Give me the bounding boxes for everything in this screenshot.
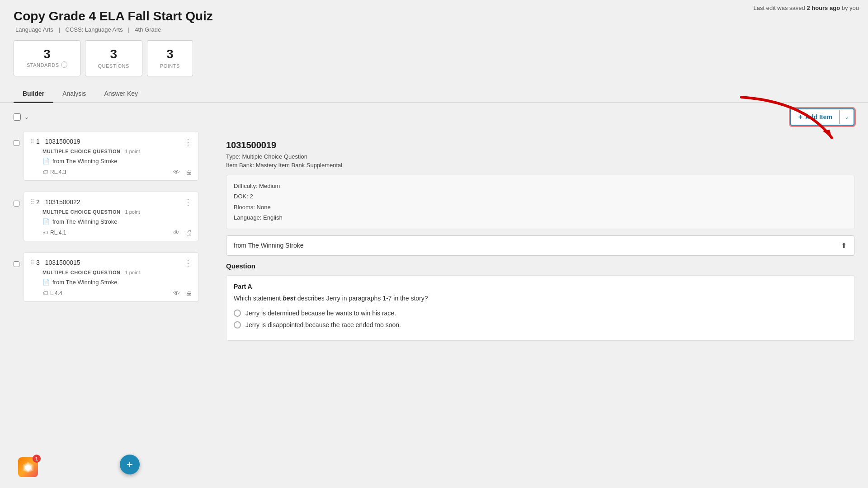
standard-icon-1: 🏷: [42, 169, 48, 175]
question-2-source: 📄 from The Winning Stroke: [30, 218, 192, 225]
sep2: |: [128, 26, 129, 33]
question-1-checkbox[interactable]: [14, 140, 19, 146]
print-icon-1[interactable]: 🖨: [185, 168, 192, 176]
select-chevron-icon[interactable]: ⌄: [24, 114, 29, 120]
standard-icon-3: 🏷: [42, 290, 48, 296]
save-status: Last edit was saved 2 hours ago by you: [754, 5, 859, 11]
question-1-menu-icon[interactable]: ⋮: [184, 138, 192, 146]
points-count: 3: [160, 47, 180, 61]
visibility-icon-3[interactable]: 👁: [173, 289, 180, 297]
fab-add-button[interactable]: +: [120, 455, 140, 474]
notif-logo-icon: [22, 461, 34, 474]
select-all-checkbox[interactable]: [14, 113, 21, 121]
question-row-1: ⠿ 1 1031500019 ⋮ MULTIPLE CHOICE QUESTIO…: [14, 131, 199, 186]
add-item-dropdown-icon[interactable]: ⌄: [840, 110, 854, 124]
question-2-standard: 🏷 RL.4.1: [42, 230, 66, 236]
question-text: Which statement best describes Jerry in …: [234, 294, 847, 303]
question-1-num: 1: [36, 138, 40, 145]
question-3-actions: 👁 🖨: [173, 289, 192, 297]
plus-icon: +: [798, 113, 802, 121]
detail-difficulty: Difficulty: Medium: [234, 181, 847, 191]
question-3-checkbox[interactable]: [14, 261, 19, 267]
tab-answer-key[interactable]: Answer Key: [95, 85, 147, 103]
question-1-actions: 👁 🖨: [173, 168, 192, 176]
question-3-source: 📄 from The Winning Stroke: [30, 279, 192, 286]
detail-blooms: Blooms: None: [234, 202, 847, 212]
question-1-id: 1031500019: [45, 138, 80, 145]
standards-count: 3: [27, 47, 67, 61]
notif-icon[interactable]: 1: [18, 457, 38, 477]
question-3-type: MULTIPLE CHOICE QUESTION: [42, 270, 121, 275]
points-stat: 3 POINTS: [147, 40, 193, 76]
visibility-icon-1[interactable]: 👁: [173, 168, 180, 176]
question-3-header: ⠿ 3 1031500015 ⋮: [30, 259, 192, 267]
question-2-standard-text: RL.4.1: [50, 230, 66, 236]
question-1-points: 1 point: [125, 149, 140, 154]
question-3-footer: 🏷 L.4.4 👁 🖨: [30, 289, 192, 297]
main-content: ⠿ 1 1031500019 ⋮ MULTIPLE CHOICE QUESTIO…: [0, 131, 868, 488]
add-item-button[interactable]: + Add Item ⌄: [790, 108, 854, 126]
question-1-type-row: MULTIPLE CHOICE QUESTION 1 point: [30, 149, 192, 154]
question-3-type-row: MULTIPLE CHOICE QUESTION 1 point: [30, 270, 192, 275]
save-suffix: by you: [840, 5, 859, 11]
page-subtitle: Language Arts | CCSS: Language Arts | 4t…: [14, 26, 854, 33]
question-row-2: ⠿ 2 1031500022 ⋮ MULTIPLE CHOICE QUESTIO…: [14, 192, 199, 247]
question-2-header: ⠿ 2 1031500022 ⋮: [30, 198, 192, 206]
detail-dok: DOK: 2: [234, 191, 847, 202]
subject-label: Language Arts: [15, 26, 53, 33]
drag-handle-2[interactable]: ⠿: [30, 198, 34, 206]
question-2-num: 2: [36, 198, 40, 206]
answer-option-1: Jerry is determined because he wants to …: [234, 310, 847, 317]
print-icon-2[interactable]: 🖨: [185, 229, 192, 236]
question-3-header-left: ⠿ 3 1031500015: [30, 259, 80, 266]
notification-badge[interactable]: 1: [18, 457, 38, 477]
action-bar: ⌄ + Add Item ⌄: [0, 103, 868, 131]
expand-passage-icon[interactable]: ⬆: [841, 241, 847, 250]
doc-icon-2: 📄: [42, 218, 50, 225]
answer-text-2: Jerry is disappointed because the race e…: [245, 321, 401, 328]
question-2-actions: 👁 🖨: [173, 229, 192, 236]
tab-builder[interactable]: Builder: [14, 85, 53, 103]
question-3-standard: 🏷 L.4.4: [42, 290, 62, 296]
question-3-source-text: from The Winning Stroke: [52, 279, 118, 286]
visibility-icon-2[interactable]: 👁: [173, 229, 180, 236]
detail-item-bank: Item Bank: Mastery Item Bank Supplementa…: [226, 162, 854, 169]
question-2-checkbox[interactable]: [14, 201, 19, 206]
question-1-standard-text: RL.4.3: [50, 169, 66, 175]
question-card-1[interactable]: ⠿ 1 1031500019 ⋮ MULTIPLE CHOICE QUESTIO…: [23, 131, 199, 181]
part-label: Part A: [234, 283, 847, 290]
radio-1[interactable]: [234, 310, 241, 317]
question-3-num: 3: [36, 259, 40, 266]
notif-count: 1: [33, 455, 41, 463]
question-1-source-text: from The Winning Stroke: [52, 158, 118, 164]
stats-row: 3 STANDARDS i 3 QUESTIONS 3 POINTS: [14, 40, 854, 76]
add-item-main[interactable]: + Add Item: [791, 109, 840, 125]
print-icon-3[interactable]: 🖨: [185, 289, 192, 297]
tab-analysis[interactable]: Analysis: [53, 85, 95, 103]
doc-icon-1: 📄: [42, 158, 50, 164]
grade-label: 4th Grade: [135, 26, 161, 33]
question-3-points: 1 point: [125, 270, 140, 275]
detail-info-box: Difficulty: Medium DOK: 2 Blooms: None L…: [226, 175, 854, 229]
question-row-3: ⠿ 3 1031500015 ⋮ MULTIPLE CHOICE QUESTIO…: [14, 252, 199, 307]
questions-panel: ⠿ 1 1031500019 ⋮ MULTIPLE CHOICE QUESTIO…: [0, 131, 212, 488]
question-card-2[interactable]: ⠿ 2 1031500022 ⋮ MULTIPLE CHOICE QUESTIO…: [23, 192, 199, 241]
radio-2[interactable]: [234, 321, 241, 328]
standards-info-icon[interactable]: i: [61, 61, 67, 68]
passage-title: from The Winning Stroke: [234, 242, 304, 249]
passage-box: from The Winning Stroke ⬆: [226, 235, 854, 256]
question-2-points: 1 point: [125, 209, 140, 215]
question-1-type: MULTIPLE CHOICE QUESTION: [42, 149, 121, 154]
question-3-menu-icon[interactable]: ⋮: [184, 259, 192, 267]
detail-type: Type: Multiple Choice Question: [226, 153, 854, 160]
answer-text-1: Jerry is determined because he wants to …: [245, 310, 396, 317]
question-card-3[interactable]: ⠿ 3 1031500015 ⋮ MULTIPLE CHOICE QUESTIO…: [23, 252, 199, 302]
save-time: 2 hours ago: [807, 5, 840, 11]
question-2-menu-icon[interactable]: ⋮: [184, 198, 192, 206]
question-content-box: Part A Which statement best describes Je…: [226, 275, 854, 341]
questions-label: QUESTIONS: [98, 63, 129, 69]
drag-handle-1[interactable]: ⠿: [30, 138, 34, 145]
question-3-standard-text: L.4.4: [50, 290, 62, 296]
drag-handle-3[interactable]: ⠿: [30, 259, 34, 266]
page-header: Copy Grade 4 ELA Fall Start Quiz Languag…: [0, 0, 868, 76]
